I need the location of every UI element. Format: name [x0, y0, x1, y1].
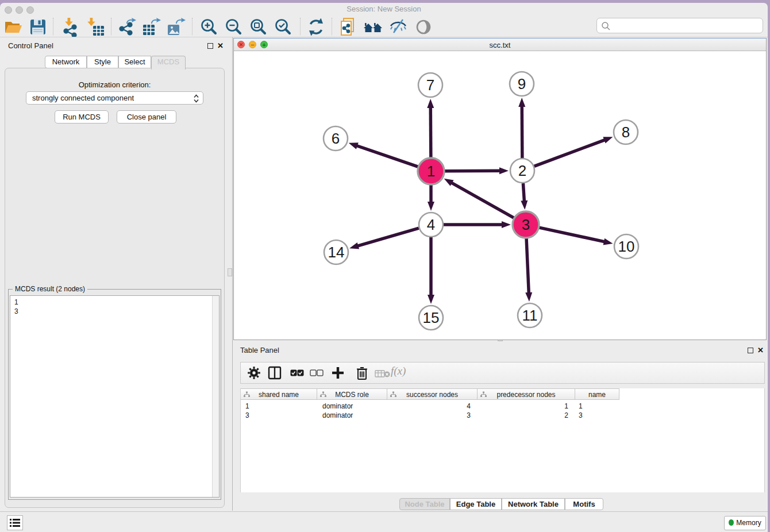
memory-button[interactable]: Memory: [724, 516, 766, 530]
import-table-icon[interactable]: [86, 17, 105, 37]
control-panel-float-icon[interactable]: [207, 43, 213, 49]
save-icon[interactable]: [28, 17, 48, 37]
tab-network[interactable]: Network: [45, 56, 87, 68]
unselect-all-icon[interactable]: [310, 369, 324, 376]
task-history-button[interactable]: [7, 515, 23, 530]
table-panel-title: Table Panel: [240, 346, 279, 354]
control-panel-title: Control Panel: [8, 41, 53, 50]
zoom-selected-icon[interactable]: [274, 17, 293, 37]
network-canvas[interactable]: 7968124314101511: [234, 52, 766, 340]
zoom-fit-icon[interactable]: [249, 17, 268, 37]
zoom-in-icon[interactable]: [199, 17, 219, 37]
select-all-icon[interactable]: [290, 369, 304, 376]
criterion-select[interactable]: strongly connected component: [26, 91, 203, 105]
export-network-icon[interactable]: [117, 17, 137, 37]
control-panel-body: Optimization criterion: strongly connect…: [5, 68, 225, 508]
column-header-successor-nodes[interactable]: successor nodes: [387, 388, 478, 400]
chevron-updown-icon: [194, 94, 199, 103]
add-icon[interactable]: [332, 367, 344, 379]
tab-style[interactable]: Style: [87, 56, 118, 68]
cell-mcds-role[interactable]: dominator: [322, 411, 353, 421]
mcds-result-title: MCDS result (2 nodes): [13, 285, 87, 293]
result-scrollbar[interactable]: [212, 296, 219, 497]
cell-name[interactable]: 3: [579, 411, 583, 421]
home-icon[interactable]: [363, 17, 383, 37]
memory-status-icon: [729, 519, 734, 526]
cell-successor[interactable]: 3: [387, 411, 471, 421]
tab-network-table[interactable]: Network Table: [502, 498, 565, 510]
cell-mcds-role[interactable]: dominator: [322, 402, 353, 411]
column-header-name[interactable]: name: [575, 388, 619, 400]
tab-node-table[interactable]: Node Table: [399, 498, 450, 510]
export-table-icon[interactable]: [141, 17, 161, 37]
app-titlebar[interactable]: Session: New Session: [0, 3, 768, 16]
delete-column-icon-disabled: [375, 369, 391, 378]
svg-text:4: 4: [427, 216, 435, 233]
import-network-icon[interactable]: [60, 17, 80, 37]
panel-splitter-grip[interactable]: [228, 268, 232, 276]
cell-name[interactable]: 1: [579, 402, 583, 411]
close-panel-button[interactable]: Close panel: [117, 110, 176, 124]
search-input[interactable]: [613, 20, 760, 32]
svg-text:6: 6: [332, 130, 340, 147]
tab-mcds[interactable]: MCDS: [151, 56, 186, 70]
export-image-icon[interactable]: [166, 17, 186, 37]
refresh-icon[interactable]: [306, 17, 326, 37]
svg-text:3: 3: [522, 216, 530, 233]
tab-select[interactable]: Select: [118, 56, 151, 68]
mcds-result-list[interactable]: 1 3: [10, 295, 220, 498]
cell-shared-name[interactable]: 1: [245, 402, 249, 411]
function-builder-icon-disabled: f(x): [391, 365, 406, 377]
column-header-mcds-role[interactable]: MCDS role: [317, 388, 387, 400]
network-window-titlebar[interactable]: ✕ − + scc.txt: [234, 38, 766, 51]
svg-text:1: 1: [427, 163, 435, 180]
network-view-window: ✕ − + scc.txt 7968124314101511: [233, 38, 767, 340]
svg-text:7: 7: [426, 76, 434, 94]
criterion-value: strongly connected component: [32, 94, 134, 102]
cell-successor[interactable]: 4: [387, 402, 471, 411]
optimization-criterion-label: Optimization criterion:: [5, 80, 224, 89]
column-header-shared-name[interactable]: shared name: [241, 388, 317, 400]
svg-text:10: 10: [618, 238, 635, 255]
cell-shared-name[interactable]: 3: [245, 411, 249, 421]
search-icon: [601, 21, 611, 31]
open-file-icon[interactable]: [3, 17, 23, 37]
panel-splitter[interactable]: [232, 37, 233, 511]
cell-predecessor[interactable]: 1: [478, 402, 568, 411]
tab-motifs[interactable]: Motifs: [565, 498, 603, 510]
main-toolbar: [0, 16, 768, 37]
delete-icon[interactable]: [355, 365, 369, 380]
application-window: Session: New Session: [0, 3, 768, 532]
cell-predecessor[interactable]: 2: [478, 411, 568, 421]
network-window-title: scc.txt: [234, 41, 766, 49]
network-graph: 7968124314101511: [234, 52, 766, 340]
column-header-predecessor-nodes[interactable]: predecessor nodes: [478, 388, 575, 400]
mcds-result-box: MCDS result (2 nodes) 1 3: [8, 289, 221, 500]
table-panel-float-icon[interactable]: [748, 348, 753, 353]
search-box[interactable]: [596, 18, 763, 33]
show-columns-icon[interactable]: [267, 365, 282, 380]
svg-text:8: 8: [622, 124, 630, 141]
run-mcds-button[interactable]: Run MCDS: [55, 110, 109, 124]
import-network-from-ndex-icon[interactable]: [338, 17, 358, 37]
svg-text:11: 11: [522, 307, 538, 324]
svg-text:15: 15: [423, 309, 440, 326]
svg-text:9: 9: [518, 75, 526, 92]
node-table: shared name MCDS role successor nodes pr…: [240, 388, 765, 492]
status-bar: Memory: [0, 511, 768, 532]
result-line: 1: [14, 298, 219, 307]
eye-icon[interactable]: [414, 17, 433, 37]
tab-edge-table[interactable]: Edge Table: [450, 498, 502, 510]
svg-text:2: 2: [518, 162, 526, 179]
app-title: Session: New Session: [0, 5, 768, 13]
table-toolbar: f(x): [240, 362, 765, 384]
control-panel-close-icon[interactable]: ✕: [217, 41, 224, 50]
graphics-details-icon[interactable]: [388, 17, 408, 37]
svg-text:14: 14: [328, 244, 345, 261]
table-panel-close-icon[interactable]: ✕: [757, 346, 764, 354]
result-line: 3: [14, 307, 219, 316]
table-settings-gear-icon[interactable]: [247, 365, 261, 380]
zoom-out-icon[interactable]: [224, 17, 244, 37]
